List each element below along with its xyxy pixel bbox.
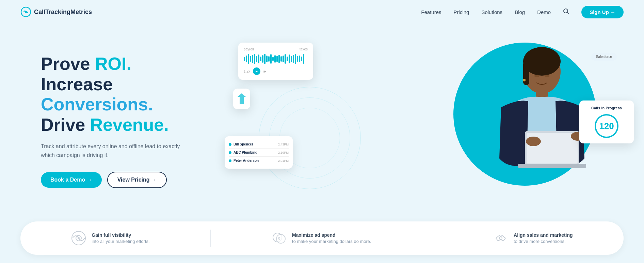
rewind-icon[interactable]: ⏮ [263, 69, 267, 73]
feature-align-title: Align sales and marketing [514, 232, 573, 238]
audio-controls: 1.2x ▶ ⏮ [244, 67, 308, 75]
call-time-1: 2:43PM [278, 143, 289, 146]
wave-bar [264, 54, 265, 64]
wave-bar [297, 56, 298, 62]
play-button[interactable]: ▶ [253, 67, 260, 75]
wave-bar [285, 54, 286, 64]
book-demo-button[interactable]: Book a Demo → [41, 172, 102, 188]
feature-align-text: Align sales and marketing to drive more … [514, 232, 573, 244]
call-status-dot [229, 159, 231, 162]
svg-point-15 [545, 75, 549, 77]
navbar: CallTrackingMetrics Features Pricing Sol… [0, 0, 644, 24]
wave-bar [293, 55, 294, 63]
svg-line-3 [567, 13, 569, 14]
hero-visual: payroll taxes [218, 32, 624, 210]
hero-buttons: Book a Demo → View Pricing → [41, 172, 218, 188]
nav-pricing[interactable]: Pricing [454, 9, 469, 15]
svg-point-12 [526, 137, 541, 146]
wave-bar [287, 57, 288, 61]
feature-align: Align sales and marketing to drive more … [493, 231, 573, 246]
eye-icon [71, 231, 86, 246]
call-item-1: Bill Spencer 2:43PM [229, 140, 289, 149]
hero-conversions: Conversions. [41, 94, 153, 114]
feature-visibility: Gain full visibility into all your marke… [71, 231, 149, 246]
search-icon[interactable] [563, 8, 569, 16]
wave-bar [274, 55, 276, 63]
wave-bar [248, 54, 249, 64]
feature-align-desc: to drive more conversions. [514, 239, 573, 244]
hero-subtitle: Track and attribute every online and off… [41, 142, 184, 159]
svg-text:$: $ [278, 236, 280, 241]
wave-bar [258, 55, 259, 63]
wave-bar [260, 57, 261, 61]
call-name-3: Peter Anderson [234, 159, 278, 163]
wave-bar [289, 55, 290, 63]
audio-label-taxes: taxes [300, 47, 308, 51]
call-name-1: Bill Spencer [234, 142, 278, 146]
call-time-3: 2:01PM [278, 159, 289, 163]
wave-bar [266, 56, 268, 62]
wave-bar [280, 56, 282, 62]
wave-bar [246, 56, 247, 62]
wave-bar [252, 55, 253, 63]
cloud-integration-badge: Salesforce [591, 53, 617, 61]
svg-rect-11 [518, 164, 586, 168]
hero-line3: Drive Revenue. [41, 115, 169, 135]
svg-rect-7 [523, 61, 529, 85]
feature-adspend-title: Maximize ad spend [292, 232, 371, 238]
calls-in-progress-label: Calls in Progress [585, 106, 628, 110]
wave-bar [270, 54, 272, 64]
svg-point-14 [534, 75, 539, 77]
wave-bar [244, 57, 245, 61]
call-name-2: ABC Plumbing [234, 151, 278, 154]
feature-divider-2 [432, 230, 432, 247]
nav-demo[interactable]: Demo [537, 9, 551, 15]
google-ads-card [233, 89, 250, 109]
logo-icon [20, 6, 31, 17]
hero-line2: Increase Conversions. [41, 74, 153, 114]
wave-bar [250, 56, 251, 62]
playback-speed: 1.2x [244, 69, 250, 73]
audio-labels: payroll taxes [244, 47, 308, 51]
features-bar: Gain full visibility into all your marke… [20, 221, 624, 255]
hero-roi: ROI. [95, 54, 131, 74]
audio-card: payroll taxes [238, 43, 313, 80]
wave-bar [276, 56, 278, 62]
wave-bar [295, 54, 296, 64]
wave-bar [283, 56, 284, 62]
svg-point-16 [523, 79, 526, 81]
audio-label-payroll: payroll [244, 47, 254, 51]
feature-visibility-title: Gain full visibility [92, 232, 149, 238]
calls-in-progress-card: Calls in Progress 120 [579, 100, 634, 143]
wave-bar [272, 57, 274, 61]
feature-visibility-text: Gain full visibility into all your marke… [92, 232, 149, 244]
logo-link[interactable]: CallTrackingMetrics [20, 6, 92, 17]
hero-section: Prove ROI. Increase Conversions. Drive R… [0, 24, 644, 221]
wave-bar [303, 54, 304, 64]
feature-divider-1 [210, 230, 211, 247]
cloud-badge-label: Salesforce [596, 55, 612, 59]
wave-bar [256, 56, 257, 62]
calls-list-card: Bill Spencer 2:43PM ABC Plumbing 2:10PM … [225, 136, 293, 169]
call-item-2: ABC Plumbing 2:10PM [229, 149, 289, 157]
feature-adspend-desc: to make your marketing dollars do more. [292, 239, 371, 244]
hero-title: Prove ROI. Increase Conversions. Drive R… [41, 54, 218, 135]
coins-icon: $ [272, 231, 287, 246]
handshake-icon [493, 231, 508, 246]
view-pricing-button[interactable]: View Pricing → [107, 172, 167, 188]
calls-in-progress-count: 120 [595, 114, 618, 138]
call-time-2: 2:10PM [278, 151, 289, 154]
brand-name: CallTrackingMetrics [34, 9, 92, 16]
call-status-dot [229, 143, 231, 146]
wave-bar [254, 54, 255, 64]
signup-button[interactable]: Sign Up → [581, 6, 624, 18]
nav-solutions[interactable]: Solutions [481, 9, 502, 15]
feature-adspend: $ Maximize ad spend to make your marketi… [272, 231, 371, 246]
call-item-3: Peter Anderson 2:01PM [229, 157, 289, 165]
wave-bar [299, 56, 300, 62]
hero-line1: Prove ROI. [41, 54, 131, 74]
nav-blog[interactable]: Blog [515, 9, 525, 15]
nav-features[interactable]: Features [421, 9, 441, 15]
feature-visibility-desc: into all your marketing efforts. [92, 239, 149, 244]
nav-links: Features Pricing Solutions Blog Demo Sig… [421, 6, 624, 18]
